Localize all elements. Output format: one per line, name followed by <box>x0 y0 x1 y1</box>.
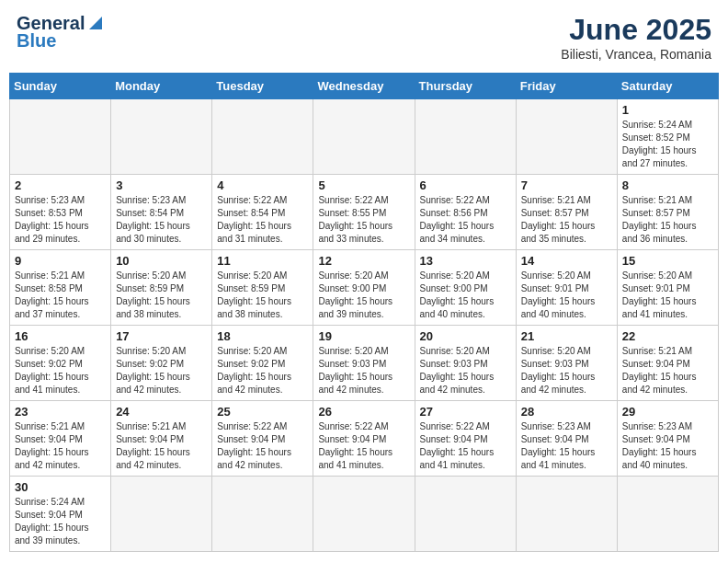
table-row <box>617 477 718 552</box>
table-row: 13Sunrise: 5:20 AMSunset: 9:00 PMDayligh… <box>415 250 516 326</box>
table-row: 26Sunrise: 5:22 AMSunset: 9:04 PMDayligh… <box>313 401 415 477</box>
table-row: 25Sunrise: 5:22 AMSunset: 9:04 PMDayligh… <box>212 401 313 477</box>
table-row: 3Sunrise: 5:23 AMSunset: 8:54 PMDaylight… <box>111 175 212 250</box>
logo-blue: Blue <box>17 30 56 52</box>
table-row: 27Sunrise: 5:22 AMSunset: 9:04 PMDayligh… <box>415 401 516 477</box>
day-number: 22 <box>622 329 713 343</box>
day-info: Sunrise: 5:21 AMSunset: 9:04 PMDaylight:… <box>116 420 207 472</box>
day-info: Sunrise: 5:20 AMSunset: 8:59 PMDaylight:… <box>116 270 207 321</box>
day-info: Sunrise: 5:20 AMSunset: 9:00 PMDaylight:… <box>420 270 511 321</box>
day-number: 12 <box>318 254 409 268</box>
table-row <box>111 99 212 175</box>
table-row <box>10 99 111 175</box>
day-info: Sunrise: 5:20 AMSunset: 9:03 PMDaylight:… <box>318 345 409 396</box>
day-info: Sunrise: 5:23 AMSunset: 8:53 PMDaylight:… <box>15 194 106 246</box>
location: Biliesti, Vrancea, Romania <box>561 47 711 62</box>
table-row: 6Sunrise: 5:22 AMSunset: 8:56 PMDaylight… <box>415 175 516 250</box>
day-number: 14 <box>521 254 612 268</box>
table-row <box>516 99 617 175</box>
day-number: 2 <box>15 178 106 192</box>
table-row: 24Sunrise: 5:21 AMSunset: 9:04 PMDayligh… <box>111 401 212 477</box>
table-row: 17Sunrise: 5:20 AMSunset: 9:02 PMDayligh… <box>111 326 212 401</box>
logo-triangle-icon <box>85 15 102 31</box>
day-number: 17 <box>116 329 207 343</box>
table-row: 21Sunrise: 5:20 AMSunset: 9:03 PMDayligh… <box>516 326 617 401</box>
day-info: Sunrise: 5:22 AMSunset: 9:04 PMDaylight:… <box>217 420 308 472</box>
day-number: 24 <box>116 405 207 419</box>
day-number: 8 <box>622 178 713 192</box>
calendar-row: 9Sunrise: 5:21 AMSunset: 8:58 PMDaylight… <box>10 250 719 326</box>
table-row <box>415 99 516 175</box>
day-number: 1 <box>622 103 713 117</box>
day-info: Sunrise: 5:22 AMSunset: 9:04 PMDaylight:… <box>420 420 511 472</box>
day-number: 18 <box>217 329 308 343</box>
table-row: 1Sunrise: 5:24 AMSunset: 8:52 PMDaylight… <box>617 99 718 175</box>
day-info: Sunrise: 5:23 AMSunset: 9:04 PMDaylight:… <box>521 420 612 472</box>
day-info: Sunrise: 5:20 AMSunset: 9:03 PMDaylight:… <box>420 345 511 396</box>
table-row <box>516 477 617 552</box>
day-info: Sunrise: 5:21 AMSunset: 8:58 PMDaylight:… <box>15 270 106 321</box>
table-row: 12Sunrise: 5:20 AMSunset: 9:00 PMDayligh… <box>313 250 415 326</box>
table-row: 29Sunrise: 5:23 AMSunset: 9:04 PMDayligh… <box>617 401 718 477</box>
day-number: 19 <box>318 329 409 343</box>
table-row: 20Sunrise: 5:20 AMSunset: 9:03 PMDayligh… <box>415 326 516 401</box>
day-info: Sunrise: 5:22 AMSunset: 8:54 PMDaylight:… <box>217 194 308 246</box>
day-info: Sunrise: 5:20 AMSunset: 9:01 PMDaylight:… <box>622 270 713 321</box>
calendar-header-row: Sunday Monday Tuesday Wednesday Thursday… <box>10 74 719 99</box>
day-number: 9 <box>15 254 106 268</box>
table-row <box>212 477 313 552</box>
day-number: 25 <box>217 405 308 419</box>
table-row <box>111 477 212 552</box>
day-info: Sunrise: 5:20 AMSunset: 9:00 PMDaylight:… <box>318 270 409 321</box>
day-number: 10 <box>116 254 207 268</box>
day-info: Sunrise: 5:22 AMSunset: 8:56 PMDaylight:… <box>420 194 511 246</box>
day-number: 29 <box>622 405 713 419</box>
day-number: 16 <box>15 329 106 343</box>
table-row: 18Sunrise: 5:20 AMSunset: 9:02 PMDayligh… <box>212 326 313 401</box>
table-row: 16Sunrise: 5:20 AMSunset: 9:02 PMDayligh… <box>10 326 111 401</box>
table-row: 5Sunrise: 5:22 AMSunset: 8:55 PMDaylight… <box>313 175 415 250</box>
table-row: 22Sunrise: 5:21 AMSunset: 9:04 PMDayligh… <box>617 326 718 401</box>
col-monday: Monday <box>111 74 212 99</box>
calendar-row: 30Sunrise: 5:24 AMSunset: 9:04 PMDayligh… <box>10 477 719 552</box>
day-number: 30 <box>15 480 106 494</box>
table-row: 30Sunrise: 5:24 AMSunset: 9:04 PMDayligh… <box>10 477 111 552</box>
col-sunday: Sunday <box>10 74 111 99</box>
col-thursday: Thursday <box>415 74 516 99</box>
day-info: Sunrise: 5:21 AMSunset: 8:57 PMDaylight:… <box>622 194 713 246</box>
day-info: Sunrise: 5:20 AMSunset: 9:02 PMDaylight:… <box>15 345 106 396</box>
col-saturday: Saturday <box>617 74 718 99</box>
page-header: General Blue June 2025 Biliesti, Vrancea… <box>9 9 719 65</box>
calendar-row: 16Sunrise: 5:20 AMSunset: 9:02 PMDayligh… <box>10 326 719 401</box>
table-row: 2Sunrise: 5:23 AMSunset: 8:53 PMDaylight… <box>10 175 111 250</box>
day-info: Sunrise: 5:23 AMSunset: 9:04 PMDaylight:… <box>622 420 713 472</box>
day-info: Sunrise: 5:21 AMSunset: 9:04 PMDaylight:… <box>622 345 713 396</box>
table-row: 14Sunrise: 5:20 AMSunset: 9:01 PMDayligh… <box>516 250 617 326</box>
calendar-table: Sunday Monday Tuesday Wednesday Thursday… <box>9 73 719 552</box>
table-row: 4Sunrise: 5:22 AMSunset: 8:54 PMDaylight… <box>212 175 313 250</box>
calendar-row: 1Sunrise: 5:24 AMSunset: 8:52 PMDaylight… <box>10 99 719 175</box>
day-info: Sunrise: 5:22 AMSunset: 8:55 PMDaylight:… <box>318 194 409 246</box>
col-tuesday: Tuesday <box>212 74 313 99</box>
col-friday: Friday <box>516 74 617 99</box>
table-row <box>313 99 415 175</box>
day-number: 4 <box>217 178 308 192</box>
calendar-row: 2Sunrise: 5:23 AMSunset: 8:53 PMDaylight… <box>10 175 719 250</box>
title-block: June 2025 Biliesti, Vrancea, Romania <box>561 13 711 62</box>
table-row: 15Sunrise: 5:20 AMSunset: 9:01 PMDayligh… <box>617 250 718 326</box>
day-info: Sunrise: 5:20 AMSunset: 9:02 PMDaylight:… <box>217 345 308 396</box>
day-info: Sunrise: 5:24 AMSunset: 9:04 PMDaylight:… <box>15 496 106 547</box>
day-info: Sunrise: 5:21 AMSunset: 9:04 PMDaylight:… <box>15 420 106 472</box>
day-number: 3 <box>116 178 207 192</box>
day-info: Sunrise: 5:22 AMSunset: 9:04 PMDaylight:… <box>318 420 409 472</box>
day-number: 13 <box>420 254 511 268</box>
table-row: 23Sunrise: 5:21 AMSunset: 9:04 PMDayligh… <box>10 401 111 477</box>
col-wednesday: Wednesday <box>313 74 415 99</box>
day-number: 15 <box>622 254 713 268</box>
table-row <box>313 477 415 552</box>
svg-marker-0 <box>89 17 102 29</box>
table-row <box>212 99 313 175</box>
logo: General Blue <box>17 13 102 52</box>
day-number: 27 <box>420 405 511 419</box>
table-row: 7Sunrise: 5:21 AMSunset: 8:57 PMDaylight… <box>516 175 617 250</box>
